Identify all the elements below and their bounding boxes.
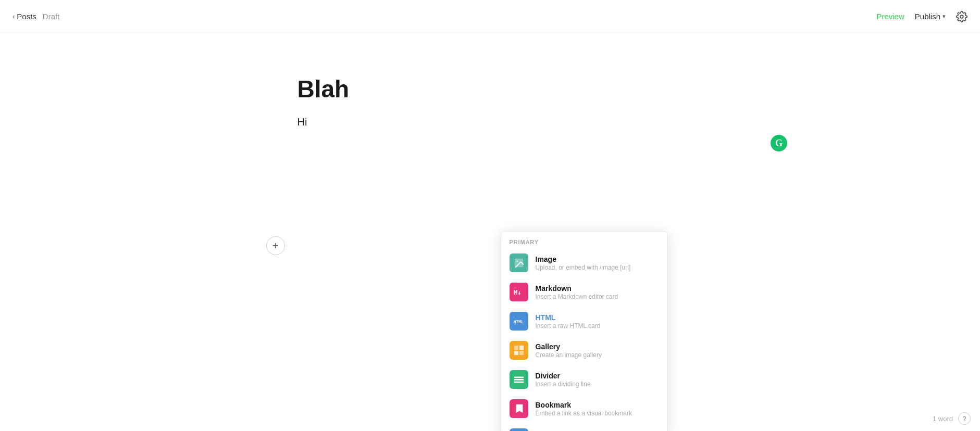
editor-area: + Blah Hi PRIMARY I — [0, 33, 980, 431]
menu-item-divider[interactable]: Divider Insert a dividing line — [501, 365, 667, 394]
html-item-desc: Insert a raw HTML card — [536, 322, 601, 329]
gallery-icon — [510, 341, 528, 360]
word-count: 1 word — [933, 415, 953, 423]
bookmark-icon — [510, 399, 528, 418]
svg-rect-5 — [514, 346, 518, 350]
svg-text:M↓: M↓ — [514, 289, 521, 296]
editor-content: + Blah Hi PRIMARY I — [297, 75, 683, 149]
publish-button[interactable]: Publish ▾ — [915, 12, 946, 21]
menu-item-markdown[interactable]: M↓ Markdown Insert a Markdown editor car… — [501, 277, 667, 307]
gear-icon — [956, 11, 967, 22]
back-button[interactable]: ‹ Posts — [13, 12, 36, 21]
publish-chevron-icon: ▾ — [942, 13, 946, 20]
grammarly-icon[interactable]: G — [771, 135, 787, 151]
markdown-item-desc: Insert a Markdown editor card — [536, 293, 618, 300]
svg-rect-10 — [514, 379, 523, 381]
menu-section-label: PRIMARY — [501, 232, 667, 248]
html-icon: HTML — [510, 312, 528, 331]
back-label: Posts — [17, 12, 36, 21]
svg-rect-7 — [514, 351, 518, 355]
menu-item-html[interactable]: HTML HTML Insert a raw HTML card — [501, 307, 667, 336]
header-left: ‹ Posts Draft — [13, 12, 59, 21]
post-title[interactable]: Blah — [297, 75, 683, 104]
settings-button[interactable] — [956, 11, 967, 22]
svg-rect-6 — [519, 346, 523, 350]
menu-item-bookmark[interactable]: Bookmark Embed a link as a visual bookma… — [501, 394, 667, 423]
svg-rect-8 — [519, 351, 523, 355]
svg-rect-11 — [514, 382, 523, 383]
preview-button[interactable]: Preview — [876, 12, 904, 21]
divider-icon — [510, 370, 528, 389]
header: ‹ Posts Draft Preview Publish ▾ — [0, 0, 980, 33]
image-item-desc: Upload, or embed with /image [url] — [536, 264, 631, 271]
divider-item-name: Divider — [536, 372, 591, 380]
image-icon — [510, 253, 528, 272]
svg-text:HTML: HTML — [513, 320, 523, 324]
insert-block-button[interactable]: + — [266, 236, 285, 255]
svg-point-0 — [960, 15, 963, 18]
publish-label: Publish — [915, 12, 940, 21]
draft-label: Draft — [43, 12, 60, 21]
divider-item-desc: Insert a dividing line — [536, 381, 591, 388]
bookmark-item-name: Bookmark — [536, 401, 632, 409]
email-icon — [510, 428, 528, 431]
menu-item-email[interactable]: Email content — [501, 423, 667, 431]
insert-menu: PRIMARY Image Upload, or embed with /ima… — [501, 231, 667, 431]
markdown-item-name: Markdown — [536, 284, 618, 293]
svg-point-2 — [516, 260, 518, 262]
gallery-item-name: Gallery — [536, 343, 602, 351]
post-body[interactable]: Hi — [297, 116, 683, 128]
gallery-item-desc: Create an image gallery — [536, 351, 602, 359]
help-button[interactable]: ? — [958, 412, 971, 425]
image-item-name: Image — [536, 255, 631, 263]
back-chevron-icon: ‹ — [13, 12, 15, 20]
menu-scroll-area[interactable]: PRIMARY Image Upload, or embed with /ima… — [501, 232, 667, 431]
menu-item-image[interactable]: Image Upload, or embed with /image [url] — [501, 248, 667, 277]
bookmark-item-desc: Embed a link as a visual bookmark — [536, 410, 632, 417]
html-item-name: HTML — [536, 313, 601, 322]
header-right: Preview Publish ▾ — [876, 11, 967, 22]
svg-rect-9 — [514, 377, 523, 378]
menu-item-gallery[interactable]: Gallery Create an image gallery — [501, 336, 667, 365]
markdown-icon: M↓ — [510, 283, 528, 301]
